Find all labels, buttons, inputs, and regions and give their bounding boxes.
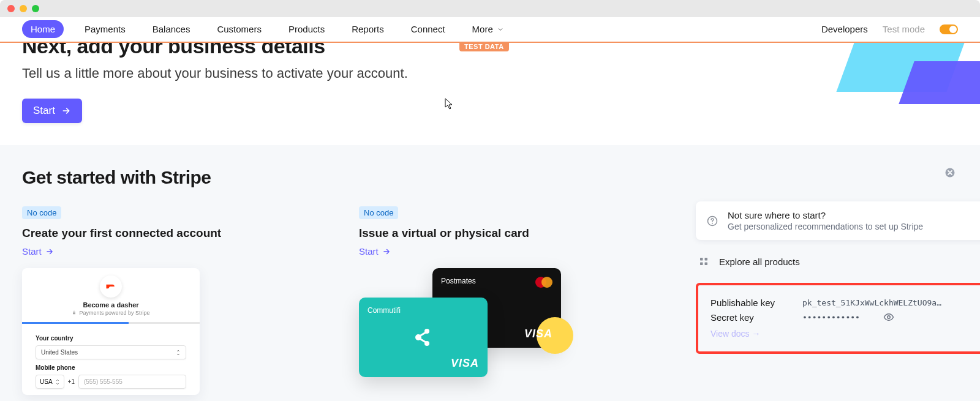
col1-title: Create your first connected account	[22, 227, 322, 240]
phone-input[interactable]: (555) 555-555	[78, 375, 186, 389]
get-started-side-panel: Not sure where to start? Get personalize…	[696, 201, 980, 395]
view-docs-link[interactable]: View docs →	[710, 329, 760, 339]
nav-reports[interactable]: Reports	[345, 20, 390, 38]
nav-balances[interactable]: Balances	[146, 20, 197, 38]
nav-payments[interactable]: Payments	[78, 20, 132, 38]
explore-products-label: Explore all products	[719, 257, 980, 267]
secret-key-value-masked: ••••••••••••	[802, 313, 860, 322]
start-button[interactable]: Start	[22, 99, 82, 123]
no-code-badge: No code	[22, 206, 61, 219]
top-nav: Home Payments Balances Customers Product…	[0, 17, 980, 42]
mobile-label: Mobile phone	[36, 364, 186, 371]
col1-start-link[interactable]: Start	[22, 246, 54, 257]
svg-rect-7	[700, 258, 703, 261]
svg-point-11	[888, 316, 891, 319]
select-caret-icon	[176, 350, 181, 355]
dasher-subtitle: Payments powered by Stripe	[22, 310, 200, 316]
arrow-right-icon	[61, 106, 71, 116]
explore-products-row[interactable]: Explore all products	[696, 251, 980, 272]
get-started-section: Get started with Stripe No code Create y…	[0, 145, 980, 401]
dasher-subtitle-text: Payments powered by Stripe	[79, 310, 149, 316]
window-titlebar	[0, 0, 980, 17]
phone-prefix: +1	[68, 378, 75, 385]
nav-developers[interactable]: Developers	[821, 24, 868, 34]
get-started-col-issue-card: No code Issue a virtual or physical card…	[359, 206, 659, 395]
nav-customers[interactable]: Customers	[211, 20, 268, 38]
card-brand-label: Commutifi	[368, 306, 479, 315]
not-sure-card[interactable]: Not sure where to start? Get personalize…	[696, 201, 980, 240]
not-sure-subtitle: Get personalized recommendations to set …	[728, 222, 971, 231]
col2-title: Issue a virtual or physical card	[359, 227, 659, 240]
country-select[interactable]: United States	[36, 345, 186, 359]
cards-illustration: Postmates VISA Commutifi VISA	[359, 268, 659, 391]
select-caret-icon	[55, 380, 60, 384]
svg-point-6	[712, 222, 713, 223]
activate-account-hero: Next, add your business details Tell us …	[0, 43, 980, 145]
mastercard-icon	[535, 277, 552, 288]
get-started-heading: Get started with Stripe	[22, 167, 958, 188]
nav-connect[interactable]: Connect	[405, 20, 451, 38]
nav-home[interactable]: Home	[22, 20, 64, 38]
get-started-col-connected-account: No code Create your first connected acco…	[22, 206, 322, 395]
grid-icon	[698, 256, 709, 267]
col2-start-link[interactable]: Start	[359, 246, 391, 257]
svg-rect-9	[700, 263, 703, 266]
dismiss-get-started-icon[interactable]	[944, 167, 956, 178]
svg-rect-8	[705, 258, 708, 261]
col1-start-label: Start	[22, 246, 42, 257]
col2-start-label: Start	[359, 246, 379, 257]
test-mode-toggle[interactable]	[940, 24, 958, 34]
commutifi-icon	[411, 325, 435, 350]
publishable-key-value[interactable]: pk_test_51KJxWwLckhWELZtUO9a…	[802, 298, 941, 307]
country-code-select[interactable]: USA	[36, 375, 64, 389]
hero-subtitle: Tell us a little more about your busines…	[22, 66, 958, 81]
lock-icon	[72, 310, 77, 315]
api-keys-box-highlighted: Publishable key pk_test_51KJxWwLckhWELZt…	[696, 283, 980, 354]
publishable-key-label: Publishable key	[710, 298, 784, 308]
country-value: United States	[41, 349, 78, 356]
nav-more-label: More	[472, 24, 493, 34]
chevron-down-icon	[497, 26, 504, 33]
window-minimize-button[interactable]	[20, 5, 27, 12]
dasher-title: Become a dasher	[22, 301, 200, 309]
sample-card-commutifi: Commutifi VISA	[359, 298, 488, 377]
svg-rect-10	[705, 263, 708, 266]
doordash-logo-icon	[100, 275, 122, 298]
svg-rect-1	[73, 312, 75, 314]
nav-products[interactable]: Products	[282, 20, 331, 38]
secret-key-label: Secret key	[710, 312, 784, 323]
visa-logo: VISA	[451, 357, 479, 370]
country-code-value: USA	[40, 378, 53, 385]
dasher-preview-card: Become a dasher Payments powered by Stri…	[22, 268, 200, 395]
country-label: Your country	[36, 335, 186, 342]
arrow-right-icon	[45, 247, 54, 256]
window-close-button[interactable]	[7, 5, 15, 12]
not-sure-title: Not sure where to start?	[728, 210, 971, 220]
reveal-eye-icon[interactable]	[883, 312, 894, 323]
no-code-badge: No code	[359, 206, 398, 219]
nav-more[interactable]: More	[466, 20, 510, 38]
arrow-right-icon	[382, 247, 391, 256]
visa-logo: VISA	[524, 328, 552, 340]
test-mode-label: Test mode	[883, 24, 925, 34]
question-circle-icon	[707, 215, 718, 227]
hero-title: Next, add your business details	[22, 43, 958, 58]
start-button-label: Start	[33, 105, 55, 117]
window-zoom-button[interactable]	[32, 5, 39, 12]
